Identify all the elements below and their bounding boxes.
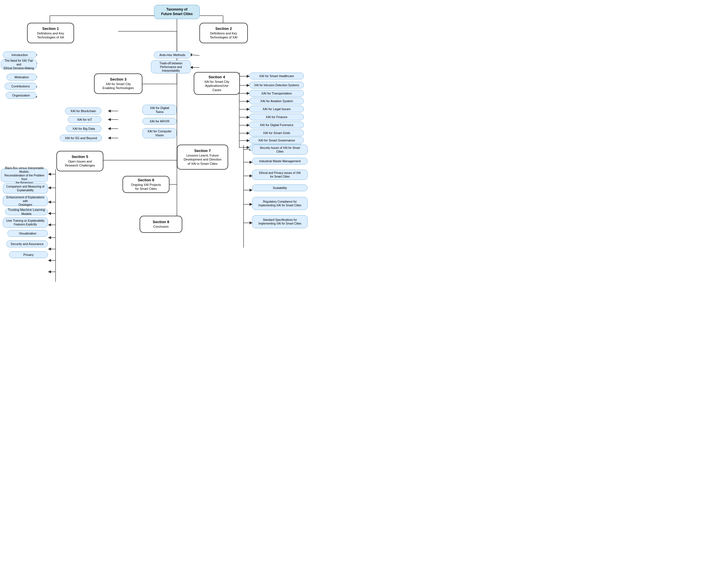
s7-regulatory-label: Regulatory Compliance for Implementing X…: [258, 200, 301, 207]
s2-sub: Definitions and KeyTechnologies of XAI: [209, 31, 237, 40]
s1-organization-label: Organization: [12, 93, 30, 97]
s1-child-organization: Organization: [6, 92, 37, 99]
s3-bigdata-label: XAI for Big Data: [73, 127, 95, 131]
section8-node: Section 8 Conclusion: [140, 216, 182, 233]
s5-privacy-label: Privacy: [23, 253, 34, 257]
s2-antehoc-label: Ante-Hoc Methods: [159, 53, 185, 57]
s4-sub: XAI for Smart CityApplications/UseCases: [204, 80, 229, 92]
s4-legal-label: XAI for Legal Issues: [263, 107, 291, 111]
s4-transport: XAI for Transportation: [249, 90, 304, 97]
s4-title: Section 4: [204, 75, 229, 80]
s3-iot-label: XAI for IoT: [77, 118, 92, 122]
s7-scale-label: Scalability: [273, 186, 287, 190]
s4-legal: XAI for Legal Issues: [249, 106, 304, 112]
s5-blackbox-label: Black-Box versus Interpretable Models- R…: [3, 166, 46, 185]
s4-governance: XAI for Smart Governance: [249, 137, 304, 144]
s5-trusting: Trusting Machine Learning Models: [5, 208, 48, 215]
s7-standard: Standard Specifications for Implementing…: [252, 215, 308, 228]
root-label: Taxonomy of Future Smart Cities: [161, 7, 193, 16]
s1-child-introduction: Introduction: [3, 51, 37, 58]
s4-grids: XAI for Smart Grids: [249, 129, 304, 136]
s5-ontologies-label: Enhancement of Explanations with Ontolog…: [5, 195, 46, 207]
s1-contributions-label: Contributions: [12, 84, 30, 88]
s1-intro-label: Introduction: [12, 53, 28, 57]
s7-scalability: Scalability: [252, 184, 308, 191]
s3-left-5g: XAI for 5G and Beyond: [60, 134, 102, 142]
s2-child-antehoc: Ante-Hoc Methods: [154, 51, 191, 58]
s1-child-need-xai: The Need for XAI: Fair and Ethical Decis…: [1, 59, 37, 69]
s5-comparison: Comparison and Measuring of Explainabili…: [3, 183, 48, 193]
s7-standard-label: Standard Specifications for Implementing…: [258, 218, 301, 225]
s8-sub: Conclusion: [153, 225, 169, 229]
s7-ethical-label: Ethical and Privacy issues of XAI for Sm…: [259, 171, 301, 178]
s7-sub: Lessons Learnt, FutureDevelopment and Di…: [184, 153, 222, 166]
s6-title: Section 6: [131, 178, 161, 183]
s7-regulatory: Regulatory Compliance for Implementing X…: [252, 197, 308, 210]
section2-node: Section 2 Definitions and KeyTechnologie…: [199, 23, 248, 43]
s1-need-label: The Need for XAI: Fair and Ethical Decis…: [3, 59, 35, 70]
s3-arvr-label: XAI for AR/VR: [149, 119, 169, 123]
s1-title: Section 1: [37, 26, 64, 31]
s5-trusting-label: Trusting Machine Learning Models: [7, 208, 46, 216]
s4-grids-label: XAI for Smart Grids: [263, 131, 290, 135]
s1-motivation-label: Motivation: [15, 75, 29, 79]
s5-comparison-label: Comparison and Measuring of Explainabili…: [6, 185, 44, 192]
s4-forensics: XAI for Digital Forensics: [249, 122, 304, 128]
s7-industrial-waste: Industrial Waste Management: [252, 158, 308, 165]
section3-node: Section 3 XAI for Smart CityEnabling Tec…: [94, 74, 142, 94]
s7-ethical-privacy: Ethical and Privacy issues of XAI for Sm…: [252, 170, 308, 180]
s5-privacy: Privacy: [9, 251, 48, 258]
s3-right-cv: XAI for Computer Vision: [142, 128, 177, 138]
section1-node: Section 1 Definitions and KeyTechnologie…: [27, 23, 74, 43]
s2-tradeoff-label: Trade-off between Performance and Interp…: [160, 61, 183, 72]
s2-child-tradeoff: Trade-off between Performance and Interp…: [151, 60, 191, 74]
s3-right-arvr: XAI for AR/VR: [142, 118, 177, 125]
s4-governance-label: XAI for Smart Governance: [258, 138, 295, 142]
root-node: Taxonomy of Future Smart Cities: [154, 5, 200, 19]
s3-cv-label: XAI for Computer Vision: [147, 129, 172, 138]
s7-title: Section 7: [184, 149, 222, 153]
s3-left-blockchain: XAI for Blockchain: [65, 108, 101, 114]
s4-finance-label: XAI for Finance: [266, 115, 287, 119]
s7-sec-label: Security Issues of XAI for Smart Cities: [260, 146, 300, 153]
s5-sub: Open Issues andResearch Challenges: [65, 160, 95, 168]
s3-left-bigdata: XAI for Big Data: [66, 125, 101, 132]
s4-finance: XAI for Finance: [249, 113, 304, 120]
s5-security: Security and Assurance: [6, 240, 48, 247]
section4-node: Section 4 XAI for Smart CityApplications…: [194, 72, 240, 95]
section5-node: Section 5 Open Issues andResearch Challe…: [56, 151, 103, 171]
s5-visualization-label: Visualization: [19, 231, 37, 235]
s4-transport-label: XAI for Transportation: [261, 91, 292, 95]
s3-title: Section 3: [103, 77, 134, 82]
s5-blackbox: Black-Box versus Interpretable Models- R…: [1, 168, 48, 182]
s4-intrusion: XAI for Intrusion Detection Systems: [249, 82, 304, 88]
s4-aviation: XAI for Aviation System: [249, 98, 304, 104]
s3-blockchain-label: XAI for Blockchain: [71, 109, 96, 113]
section6-node: Section 6 Ongoing XAI Projectsfor Smart …: [122, 176, 169, 193]
s5-usertraining-label: User Training on Explainability Features…: [6, 219, 45, 226]
s5-visualization: Visualization: [7, 230, 48, 237]
s3-twins-label: XAI for Digital Twins: [150, 106, 169, 114]
s4-forensics-label: XAI for Digital Forensics: [260, 123, 294, 127]
s5-usertraining: User Training on Explainability Features…: [3, 217, 48, 228]
s2-title: Section 2: [209, 26, 237, 31]
s1-child-motivation: Motivation: [6, 74, 37, 81]
svg-line-22: [189, 55, 199, 56]
s1-child-contributions: Contributions: [4, 83, 37, 90]
s6-sub: Ongoing XAI Projectsfor Smart Cities: [131, 183, 161, 191]
s1-sub: Definitions and KeyTechnologies of XA: [37, 31, 64, 40]
s7-waste-label: Industrial Waste Management: [259, 159, 301, 163]
diagram: Taxonomy of Future Smart Cities Section …: [0, 0, 359, 294]
s7-security-issues: Security Issues of XAI for Smart Cities: [252, 145, 308, 155]
s5-ontologies: Enhancement of Explanations with Ontolog…: [3, 196, 48, 206]
s4-intrusion-label: XAI for Intrusion Detection Systems: [254, 83, 299, 87]
s4-healthcare-label: XAI for Smart Healthcare: [259, 74, 294, 78]
s3-sub: XAI for Smart CityEnabling Technologies: [103, 82, 134, 90]
s3-right-twins: XAI for Digital Twins: [142, 105, 177, 115]
section7-node: Section 7 Lessons Learnt, FutureDevelopm…: [177, 145, 228, 170]
s5-security-label: Security and Assurance: [11, 242, 44, 246]
s3-5g-label: XAI for 5G and Beyond: [65, 136, 97, 140]
s5-title: Section 5: [65, 154, 95, 160]
s4-aviation-label: XAI for Aviation System: [260, 99, 293, 103]
s8-title: Section 8: [153, 220, 169, 225]
